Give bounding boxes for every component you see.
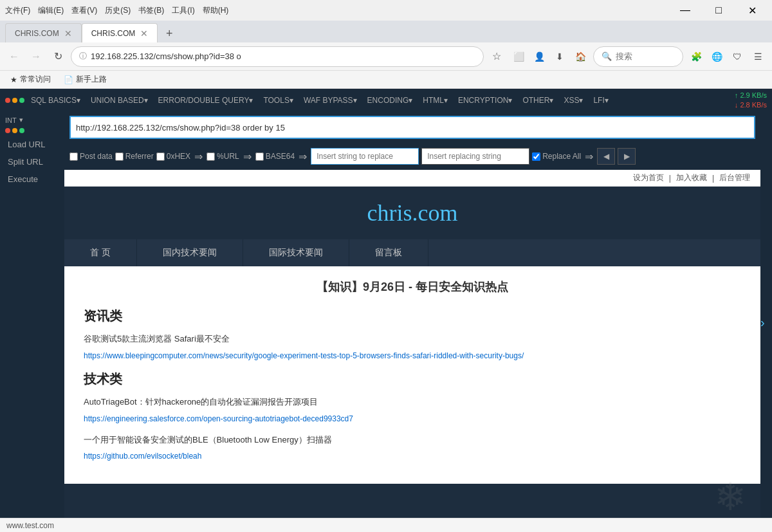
separator-2: | xyxy=(712,174,714,183)
sqlmap-toolbar: SQL BASICS▾ UNION BASED▾ ERROR/DOUBLE QU… xyxy=(0,89,772,112)
post-data-checkbox-label[interactable]: Post data xyxy=(69,152,113,161)
replace-all-checkbox-label[interactable]: Replace All xyxy=(532,152,581,161)
hex0x-checkbox[interactable] xyxy=(156,152,165,161)
replace-next-btn[interactable]: ▶ xyxy=(618,148,636,165)
sqlmap-tools[interactable]: TOOLS▾ xyxy=(259,93,297,107)
toolbar-icons: ⬜ 👤 ⬇ 🏠 xyxy=(510,48,589,66)
user-icon[interactable]: 👤 xyxy=(530,48,548,66)
screenshot-icon[interactable]: ⬜ xyxy=(510,48,528,66)
execute-item[interactable]: Execute xyxy=(0,170,64,188)
speed-badge: ↑ 2.9 KB/s ↓ 2.8 KB/s xyxy=(735,91,767,111)
bookmark-newbie-icon: 📄 xyxy=(64,75,73,84)
window-menu: 文件(F) 编辑(E) 查看(V) 历史(S) 书签(B) 工具(I) 帮助(H… xyxy=(5,5,228,16)
tab-2[interactable]: CHRIS.COM ✕ xyxy=(82,23,158,42)
menu-help[interactable]: 帮助(H) xyxy=(203,5,229,16)
pcturl-checkbox[interactable] xyxy=(207,152,215,161)
base64-checkbox[interactable] xyxy=(255,152,264,161)
sqlmap-other[interactable]: OTHER▾ xyxy=(519,93,557,107)
menu-tools[interactable]: 工具(I) xyxy=(172,5,194,16)
download-icon[interactable]: ⬇ xyxy=(551,48,569,66)
section2-item-0-link[interactable]: https://engineering.salesforce.com/open-… xyxy=(84,414,741,423)
referrer-label: Referrer xyxy=(125,152,154,161)
backend-link[interactable]: 后台管理 xyxy=(719,172,750,183)
split-url-item[interactable]: Split URL xyxy=(0,153,64,170)
base64-checkbox-label[interactable]: BASE64 xyxy=(255,152,295,161)
referrer-checkbox-label[interactable]: Referrer xyxy=(115,152,154,161)
address-input[interactable] xyxy=(91,51,475,61)
insert-string-input[interactable] xyxy=(311,148,419,165)
sqlmap-encoding[interactable]: ENCODING▾ xyxy=(363,93,417,107)
maximize-button[interactable]: □ xyxy=(704,1,733,19)
dot-left-yellow xyxy=(12,128,17,133)
hex0x-checkbox-label[interactable]: 0xHEX xyxy=(156,152,190,161)
nav-home[interactable]: 首 页 xyxy=(64,239,137,266)
section2-item-1-link[interactable]: https://github.com/evilsocket/bleah xyxy=(84,452,741,461)
section1-item-0-link[interactable]: https://www.bleepingcomputer.com/news/se… xyxy=(84,351,741,360)
sync-icon[interactable]: 🌐 xyxy=(708,48,726,66)
tab-2-close[interactable]: ✕ xyxy=(140,28,148,39)
sqlmap-waf-bypass[interactable]: WAF BYPASS▾ xyxy=(300,93,361,107)
extensions-icon[interactable]: 🧩 xyxy=(687,48,705,66)
sqlmap-sql-basics[interactable]: SQL BASICS▾ xyxy=(27,93,84,107)
nav-international[interactable]: 国际技术要闻 xyxy=(243,239,349,266)
section1-heading: 资讯类 xyxy=(84,307,741,325)
tab-1-label: CHRIS.COM xyxy=(15,29,59,38)
arrow-hex: ⇒ xyxy=(194,151,203,163)
page-body: 【知识】9月26日 - 每日安全知识热点 资讯类 谷歌测试5款主流浏览器 Saf… xyxy=(64,266,760,484)
nav-guestbook[interactable]: 留言板 xyxy=(349,239,428,266)
ext-panel-arrow[interactable]: › xyxy=(760,315,765,329)
shield-icon[interactable]: 🛡 xyxy=(728,48,746,66)
search-input-wrap[interactable]: 🔍 xyxy=(593,46,683,67)
set-homepage-link[interactable]: 设为首页 xyxy=(633,172,664,183)
menu-edit[interactable]: 编辑(E) xyxy=(38,5,64,16)
menu-bookmarks[interactable]: 书签(B) xyxy=(138,5,164,16)
dot-yellow xyxy=(12,98,17,103)
int-text: INT xyxy=(5,116,17,124)
menu-view[interactable]: 查看(V) xyxy=(71,5,97,16)
base64-label: BASE64 xyxy=(266,152,295,161)
new-tab-button[interactable]: + xyxy=(160,24,178,42)
status-url: www.test.com xyxy=(6,521,54,530)
dot-left-green xyxy=(19,128,24,133)
url-input-field[interactable] xyxy=(69,116,755,139)
load-url-item[interactable]: Load URL xyxy=(0,136,64,153)
int-arrow: ▾ xyxy=(19,116,23,124)
tab-1-close[interactable]: ✕ xyxy=(64,28,72,39)
sqlmap-error-double[interactable]: ERROR/DOUBLE QUERY▾ xyxy=(154,93,257,107)
back-button[interactable]: ← xyxy=(5,48,23,66)
add-favorite-link[interactable]: 加入收藏 xyxy=(676,172,707,183)
bookmark-frequent[interactable]: ★ 常常访问 xyxy=(5,73,56,86)
menu-history[interactable]: 历史(S) xyxy=(105,5,131,16)
url-input-area xyxy=(64,112,760,143)
status-dots xyxy=(5,98,24,103)
content-area: INT ▾ Load URL Split URL Execute P xyxy=(0,112,772,532)
home-icon[interactable]: 🏠 xyxy=(571,48,589,66)
sqlmap-encryption[interactable]: ENCRYPTION▾ xyxy=(454,93,516,107)
bookmark-star[interactable]: ☆ xyxy=(488,48,506,66)
replace-bar: Post data Referrer 0xHEX ⇒ %URL ⇒ xyxy=(64,143,760,170)
post-data-checkbox[interactable] xyxy=(69,152,78,161)
sqlmap-lfi[interactable]: LFI▾ xyxy=(589,93,612,107)
replace-all-checkbox[interactable] xyxy=(532,152,540,161)
pcturl-checkbox-label[interactable]: %URL xyxy=(207,152,239,161)
bookmark-newbie[interactable]: 📄 新手上路 xyxy=(59,73,112,86)
post-data-label: Post data xyxy=(80,152,113,161)
close-button[interactable]: ✕ xyxy=(737,1,767,19)
tab-1[interactable]: CHRIS.COM ✕ xyxy=(5,23,82,42)
minimize-button[interactable]: — xyxy=(670,1,700,19)
insert-replacing-input[interactable] xyxy=(421,148,529,165)
refresh-button[interactable]: ↻ xyxy=(49,48,67,66)
referrer-checkbox[interactable] xyxy=(115,152,124,161)
window-titlebar: 文件(F) 编辑(E) 查看(V) 历史(S) 书签(B) 工具(I) 帮助(H… xyxy=(0,0,772,21)
sqlmap-xss[interactable]: XSS▾ xyxy=(560,93,587,107)
nav-domestic[interactable]: 国内技术要闻 xyxy=(137,239,243,266)
forward-button[interactable]: → xyxy=(27,48,45,66)
replace-prev-btn[interactable]: ◀ xyxy=(597,148,615,165)
sqlmap-union-based[interactable]: UNION BASED▾ xyxy=(87,93,152,107)
web-content: 设为首页 | 加入收藏 | 后台管理 chris.com 首 页 国内技术要闻 … xyxy=(64,170,760,532)
address-input-wrap[interactable]: ⓘ xyxy=(71,46,484,67)
menu-icon[interactable]: ☰ xyxy=(749,48,767,66)
menu-file[interactable]: 文件(F) xyxy=(5,5,30,16)
article-title: 【知识】9月26日 - 每日安全知识热点 xyxy=(84,279,741,295)
sqlmap-html[interactable]: HTML▾ xyxy=(419,93,452,107)
